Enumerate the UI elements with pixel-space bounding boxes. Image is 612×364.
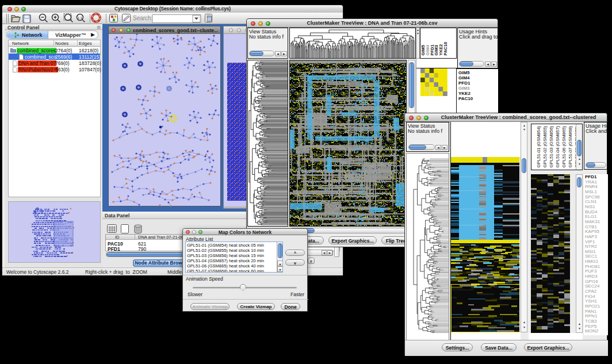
svg-text:1:1: 1:1 — [78, 16, 83, 20]
svg-text:Search:: Search: — [133, 15, 152, 21]
